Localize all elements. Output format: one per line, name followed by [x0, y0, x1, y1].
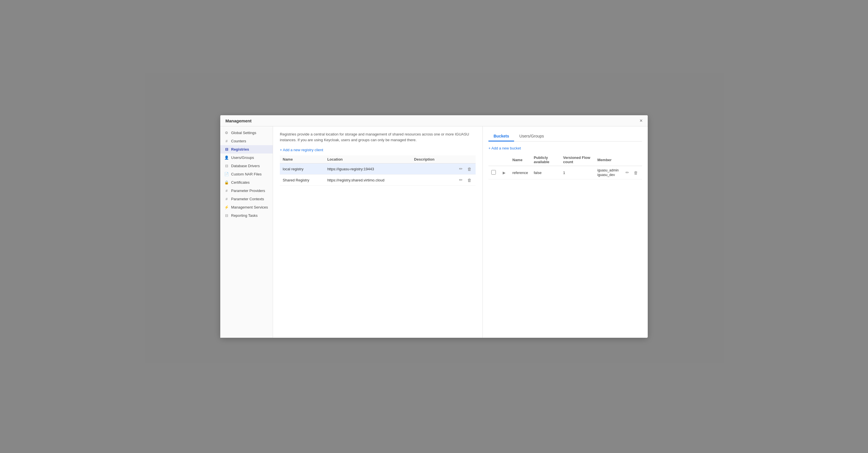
col-expand — [499, 154, 509, 166]
sidebar-label-global-settings: Global Settings — [231, 131, 256, 135]
bucket-row-reference: ▶referencefalse1iguasu_adminiguasu_dev✏🗑 — [489, 166, 642, 179]
sidebar-label-certificates: Certificates — [231, 180, 250, 185]
sidebar-label-parameter-providers: Parameter Providers — [231, 189, 265, 193]
bucket-member-name: iguasu_admin — [597, 168, 619, 172]
registry-name: Shared Registry — [280, 175, 324, 186]
sidebar-item-custom-nar-files[interactable]: 📄Custom NAR Files — [220, 170, 273, 178]
sidebar-label-parameter-contexts: Parameter Contexts — [231, 197, 264, 201]
sidebar-item-counters[interactable]: #Counters — [220, 137, 273, 145]
tab-users-groups[interactable]: Users/Groups — [514, 132, 549, 141]
main-content: Registries provide a central location fo… — [273, 126, 483, 338]
modal-body: ⚙Global Settings#Counters⊟Registries👤Use… — [220, 126, 648, 338]
info-text: Registries provide a central location fo… — [280, 132, 475, 143]
col-bucket-actions — [621, 154, 642, 166]
sidebar-item-reporting-tasks[interactable]: ⊟Reporting Tasks — [220, 211, 273, 220]
sidebar-item-registries[interactable]: ⊟Registries — [220, 145, 273, 153]
bucket-checkbox[interactable] — [491, 170, 496, 175]
sidebar-icon-users-groups: 👤 — [224, 155, 229, 160]
registry-name: local registry — [280, 164, 324, 175]
col-member: Member — [594, 154, 621, 166]
tab-buckets[interactable]: Buckets — [489, 132, 514, 141]
bucket-publicly-available: false — [531, 166, 560, 179]
sidebar-icon-registries: ⊟ — [224, 147, 229, 151]
sidebar-label-registries: Registries — [231, 147, 249, 151]
sidebar-item-global-settings[interactable]: ⚙Global Settings — [220, 129, 273, 137]
expand-bucket-button[interactable]: ▶ — [501, 171, 507, 175]
tabs: BucketsUsers/Groups — [489, 132, 642, 141]
bucket-member-name: iguasu_dev — [597, 173, 619, 177]
sidebar-item-certificates[interactable]: 🔒Certificates — [220, 178, 273, 187]
bucket-actions: ✏🗑 — [621, 166, 642, 179]
sidebar-label-custom-nar-files: Custom NAR Files — [231, 172, 261, 176]
sidebar-item-management-services[interactable]: ⚡Management Services — [220, 203, 273, 211]
sidebar-item-database-drivers[interactable]: ⊟Database Drivers — [220, 162, 273, 170]
sidebar-icon-parameter-providers: # — [224, 189, 229, 193]
registry-row-local-registry[interactable]: local registryhttps://iguasu-registry:19… — [280, 164, 475, 175]
bucket-member: iguasu_adminiguasu_dev — [594, 166, 621, 179]
registry-location: https://iguasu-registry:19443 — [324, 164, 411, 175]
sidebar-icon-certificates: 🔒 — [224, 180, 229, 185]
modal-overlay: Management × ⚙Global Settings#Counters⊟R… — [0, 0, 868, 453]
col-location: Location — [324, 155, 411, 164]
bucket-name: reference — [509, 166, 531, 179]
sidebar-icon-parameter-contexts: # — [224, 197, 229, 201]
sidebar-item-parameter-contexts[interactable]: #Parameter Contexts — [220, 195, 273, 203]
management-modal: Management × ⚙Global Settings#Counters⊟R… — [220, 115, 648, 338]
sidebar-item-users-groups[interactable]: 👤Users/Groups — [220, 153, 273, 162]
add-registry-button[interactable]: + Add a new registry client — [280, 148, 323, 152]
modal-title: Management — [225, 118, 252, 123]
registry-actions: ✏🗑 — [447, 164, 475, 175]
col-description: Description — [411, 155, 447, 164]
delete-bucket-button[interactable]: 🗑 — [632, 169, 639, 176]
registry-description — [411, 164, 447, 175]
modal-header: Management × — [220, 115, 648, 126]
registry-table: Name Location Description local registry… — [280, 155, 475, 186]
sidebar-label-counters: Counters — [231, 139, 246, 143]
registry-actions: ✏🗑 — [447, 175, 475, 186]
sidebar-icon-custom-nar-files: 📄 — [224, 172, 229, 176]
registry-description — [411, 175, 447, 186]
close-button[interactable]: × — [640, 118, 643, 123]
col-publicly-available: Publicly available — [531, 154, 560, 166]
col-actions — [447, 155, 475, 164]
sidebar: ⚙Global Settings#Counters⊟Registries👤Use… — [220, 126, 273, 338]
col-checkbox — [489, 154, 499, 166]
sidebar-label-management-services: Management Services — [231, 205, 268, 209]
col-versioned-flow-count: Versioned Flow count — [560, 154, 594, 166]
sidebar-icon-counters: # — [224, 139, 229, 143]
registry-row-shared-registry[interactable]: Shared Registryhttps://registry.shared.v… — [280, 175, 475, 186]
edit-bucket-button[interactable]: ✏ — [624, 169, 630, 176]
edit-registry-button[interactable]: ✏ — [458, 166, 464, 172]
sidebar-label-reporting-tasks: Reporting Tasks — [231, 214, 258, 218]
sidebar-icon-reporting-tasks: ⊟ — [224, 214, 229, 218]
right-panel: BucketsUsers/Groups + Add a new bucket N… — [483, 126, 648, 338]
sidebar-item-parameter-providers[interactable]: #Parameter Providers — [220, 187, 273, 195]
registry-location: https://registry.shared.virtimo.cloud — [324, 175, 411, 186]
col-bucket-name: Name — [509, 154, 531, 166]
sidebar-icon-global-settings: ⚙ — [224, 131, 229, 135]
col-name: Name — [280, 155, 324, 164]
sidebar-label-users-groups: Users/Groups — [231, 155, 254, 160]
bucket-versioned-flow-count: 1 — [560, 166, 594, 179]
sidebar-label-database-drivers: Database Drivers — [231, 164, 259, 168]
buckets-table: Name Publicly available Versioned Flow c… — [489, 154, 642, 179]
delete-registry-button[interactable]: 🗑 — [466, 166, 473, 172]
delete-registry-button[interactable]: 🗑 — [466, 177, 473, 183]
sidebar-icon-management-services: ⚡ — [224, 205, 229, 209]
sidebar-icon-database-drivers: ⊟ — [224, 164, 229, 168]
edit-registry-button[interactable]: ✏ — [458, 177, 464, 183]
add-bucket-button[interactable]: + Add a new bucket — [489, 146, 521, 150]
